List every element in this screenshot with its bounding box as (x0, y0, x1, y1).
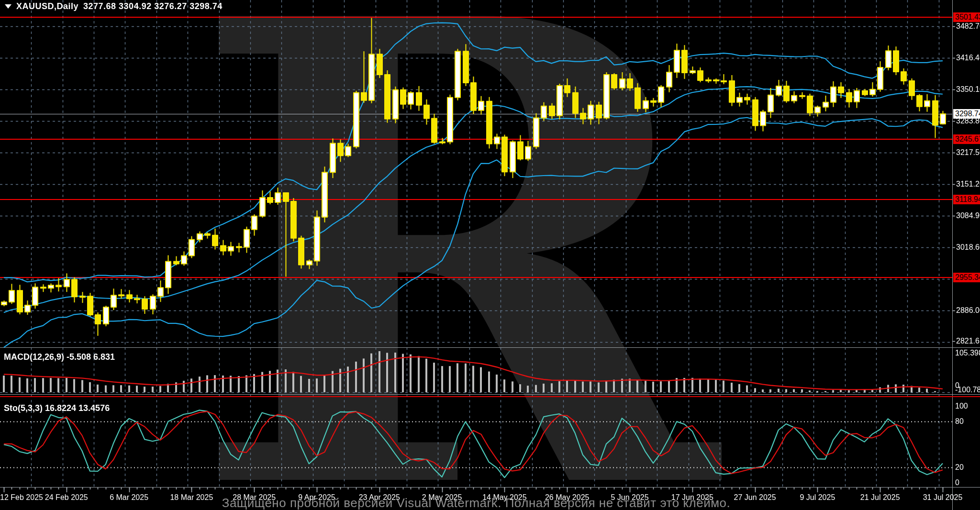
price-axis-label: 3416.40 (956, 54, 980, 62)
chart-title-bar: XAUUSD,Daily 3277.68 3304.92 3276.27 329… (0, 0, 980, 12)
price-axis-label: 3482.70 (956, 22, 980, 31)
macd-indicator-label: MACD(12,26,9) -5.508 6.831 (4, 352, 115, 362)
ohlc-values: 3277.68 3304.92 3276.27 3298.74 (83, 1, 223, 11)
macd-axis-label: -100.789 (955, 386, 980, 394)
price-chart-canvas[interactable] (0, 0, 980, 510)
stochastic-axis-label: 20 (955, 463, 964, 472)
price-axis-label: 3217.50 (956, 148, 980, 157)
price-axis-label: 3018.60 (956, 243, 980, 252)
stochastic-axis-label: 80 (955, 417, 964, 426)
stochastic-axis-label: 0 (955, 478, 959, 487)
price-axis-label: 2821.65 (956, 337, 980, 345)
level-price-label: 2955.34 (953, 273, 980, 282)
current-price-label: 3298.74 (953, 109, 980, 119)
price-axis-label: 3151.20 (956, 180, 980, 188)
level-price-label: 3245.67 (953, 134, 980, 144)
symbol-dropdown-icon[interactable] (5, 4, 11, 9)
price-axis-label: 3084.90 (956, 211, 980, 220)
symbol-period-label: XAUUSD,Daily (16, 1, 78, 11)
price-axis-label: 2886.00 (956, 306, 980, 315)
stochastic-indicator-label: Sto(5,3,3) 16.8224 13.4576 (4, 403, 110, 413)
price-axis-label: 3350.10 (956, 85, 980, 94)
level-price-label: 3501.43 (953, 12, 980, 22)
level-price-label: 3118.94 (953, 195, 980, 204)
stochastic-axis-label: 100 (955, 402, 968, 410)
trial-watermark-text: Защищено пробной версией Visual Watermar… (0, 496, 952, 510)
trading-terminal-window: XAUUSD,Daily 3277.68 3304.92 3276.27 329… (0, 0, 980, 510)
macd-axis-label: 105.398 (955, 349, 980, 357)
